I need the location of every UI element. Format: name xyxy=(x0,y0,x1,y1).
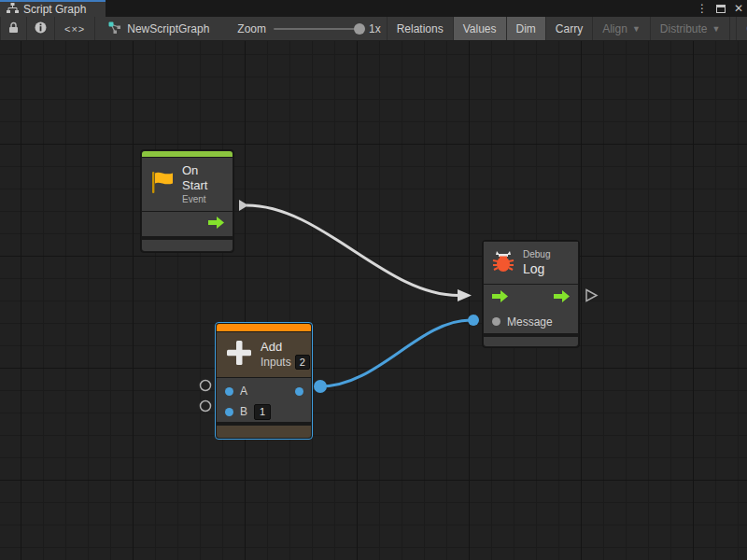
tab-strip: Script Graph ⋮ ✕ xyxy=(0,0,747,17)
on-start-subtitle: Event xyxy=(182,194,223,206)
add-body: A B 1 xyxy=(217,378,311,422)
distribute-dropdown: Distribute ▼ xyxy=(651,17,731,40)
wires-layer xyxy=(0,41,747,560)
node-add[interactable]: Add Inputs 2 A B 1 xyxy=(215,322,313,440)
script-graph-icon xyxy=(108,21,121,36)
add-subtitle: Inputs xyxy=(261,356,291,370)
chevron-down-icon: ▼ xyxy=(712,24,721,34)
on-start-body xyxy=(142,212,233,236)
log-flow-input-connector[interactable] xyxy=(458,289,472,301)
zoom-value: 1x xyxy=(369,22,381,35)
on-start-footer xyxy=(142,240,233,251)
add-header[interactable]: Add Inputs 2 xyxy=(217,332,311,377)
add-b-value-field[interactable]: 1 xyxy=(254,404,271,420)
chevron-down-icon: ▼ xyxy=(632,24,641,34)
add-a-port[interactable] xyxy=(225,387,233,396)
onstart-flow-output-connector[interactable] xyxy=(239,200,248,211)
values-button[interactable]: Values xyxy=(454,17,507,40)
add-footer xyxy=(217,426,311,438)
add-a-input-connector[interactable] xyxy=(201,381,211,391)
message-input-connector[interactable] xyxy=(468,315,479,326)
bug-icon xyxy=(491,250,515,277)
distribute-label: Distribute xyxy=(660,22,708,35)
relations-button[interactable]: Relations xyxy=(387,17,454,40)
add-b-port[interactable] xyxy=(225,408,233,416)
flag-icon xyxy=(149,171,175,198)
add-sum-port[interactable] xyxy=(295,387,303,396)
window-controls: ⋮ ✕ xyxy=(697,0,743,17)
align-dropdown: Align ▼ xyxy=(593,17,651,40)
message-label: Message xyxy=(507,315,553,329)
debug-log-header[interactable]: Debug Log xyxy=(484,242,578,284)
plus-icon xyxy=(225,339,253,371)
add-sum-output-connector[interactable] xyxy=(314,380,327,393)
code-view-button[interactable]: <×> xyxy=(55,17,95,40)
wire-onstart-to-log[interactable] xyxy=(247,205,458,296)
lock-button[interactable] xyxy=(1,17,27,40)
wire-add-to-message[interactable] xyxy=(320,320,471,386)
debug-log-title: Log xyxy=(523,261,550,278)
graph-canvas[interactable]: On Start Event xyxy=(0,41,747,560)
kebab-menu-icon[interactable]: ⋮ xyxy=(697,3,708,14)
tab-label: Script Graph xyxy=(23,3,86,16)
math-color-bar xyxy=(217,324,311,331)
graph-toolbar: <×> NewScriptGraph Zoom 1x Relations xyxy=(0,17,747,41)
flow-output-port[interactable] xyxy=(554,290,570,305)
zoom-label: Zoom xyxy=(237,22,266,35)
message-port[interactable] xyxy=(492,317,500,326)
script-graph-window: Script Graph ⋮ ✕ xyxy=(0,0,747,560)
on-start-header[interactable]: On Start Event xyxy=(142,158,233,211)
relations-label: Relations xyxy=(397,22,444,35)
hierarchy-icon xyxy=(7,3,19,16)
add-a-label: A xyxy=(240,385,247,398)
close-icon[interactable]: ✕ xyxy=(734,3,743,14)
add-input-count[interactable]: 2 xyxy=(295,355,310,370)
zoom-slider[interactable] xyxy=(274,28,361,30)
inspect-button[interactable] xyxy=(27,17,55,40)
align-label: Align xyxy=(602,22,627,35)
zoom-control: Zoom 1x xyxy=(220,17,386,40)
on-start-title: On Start xyxy=(182,163,223,194)
carry-button[interactable]: Carry xyxy=(546,17,593,40)
add-title: Add xyxy=(261,340,310,355)
flow-output-port[interactable] xyxy=(208,217,224,231)
overview-button[interactable]: Overview xyxy=(736,17,747,40)
node-on-start[interactable]: On Start Event xyxy=(140,149,234,253)
carry-label: Carry xyxy=(556,22,583,35)
lock-icon xyxy=(8,21,19,36)
flow-input-port[interactable] xyxy=(492,290,508,305)
node-debug-log[interactable]: Debug Log xyxy=(482,240,580,348)
values-label: Values xyxy=(463,22,497,35)
debug-log-body: Message xyxy=(484,285,578,333)
debug-log-footer xyxy=(484,337,578,346)
maximize-icon[interactable] xyxy=(716,5,726,13)
log-flow-output-connector[interactable] xyxy=(586,290,597,301)
graph-reference[interactable]: NewScriptGraph xyxy=(95,17,220,40)
dim-label: Dim xyxy=(516,22,536,35)
add-b-label: B xyxy=(240,405,247,418)
dim-button[interactable]: Dim xyxy=(507,17,546,40)
add-b-input-connector[interactable] xyxy=(201,401,211,412)
event-color-bar xyxy=(142,151,233,157)
code-icon: <×> xyxy=(64,23,85,35)
zoom-slider-handle[interactable] xyxy=(354,23,365,35)
graph-name: NewScriptGraph xyxy=(127,22,209,35)
info-icon xyxy=(35,21,47,36)
debug-log-surtitle: Debug xyxy=(523,249,550,261)
tab-script-graph[interactable]: Script Graph xyxy=(0,0,106,17)
